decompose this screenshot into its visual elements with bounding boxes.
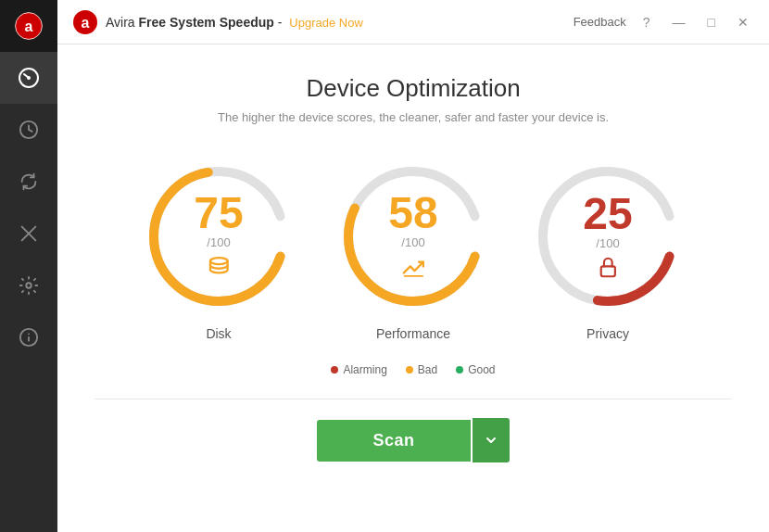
titlebar-separator: -	[278, 15, 286, 30]
gauge-disk-center: 75 /100	[194, 191, 243, 286]
gauges-row: 75 /100 Disk	[140, 158, 687, 341]
alarming-dot	[331, 366, 338, 374]
sidebar-item-dashboard[interactable]	[0, 52, 57, 104]
svg-point-11	[210, 258, 228, 264]
scan-row: Scan	[317, 418, 509, 462]
privacy-score: 25	[583, 192, 632, 236]
legend-bad: Bad	[406, 363, 437, 376]
alarming-label: Alarming	[343, 363, 386, 376]
maximize-button[interactable]: □	[702, 13, 721, 32]
good-label: Good	[468, 363, 495, 376]
privacy-label: Privacy	[586, 326, 629, 341]
legend-good: Good	[456, 363, 495, 376]
gauge-disk: 75 /100 Disk	[140, 158, 297, 341]
titlebar-app-name: Avira Free System Speedup - Upgrade Now	[106, 15, 363, 30]
sidebar-item-settings[interactable]	[0, 260, 57, 311]
disk-label: Disk	[206, 326, 231, 341]
help-button[interactable]: ?	[637, 13, 656, 32]
gauge-privacy-center: 25 /100	[583, 192, 632, 285]
gauge-performance-svg: 58 /100	[334, 158, 492, 315]
gauge-performance-center: 58 /100	[388, 191, 437, 286]
privacy-denom: /100	[583, 236, 632, 250]
feedback-link[interactable]: Feedback	[574, 15, 626, 29]
disk-denom: /100	[194, 235, 243, 249]
performance-label: Performance	[376, 326, 450, 341]
minimize-button[interactable]: —	[667, 13, 691, 32]
close-button[interactable]: ✕	[732, 13, 754, 32]
page-subtitle: The higher the device scores, the cleane…	[218, 110, 609, 124]
sidebar-item-info[interactable]	[0, 311, 57, 363]
scan-dropdown-button[interactable]	[473, 418, 510, 462]
privacy-icon	[583, 256, 632, 285]
bad-label: Bad	[418, 363, 437, 376]
app-name-bold: Free System Speedup	[139, 15, 274, 30]
performance-icon	[388, 255, 437, 286]
svg-text:a: a	[82, 15, 90, 31]
gauge-disk-svg: 75 /100	[140, 158, 297, 315]
gauge-performance: 58 /100 Performance	[334, 158, 492, 341]
legend-alarming: Alarming	[331, 363, 386, 376]
svg-point-5	[26, 283, 32, 288]
gauge-privacy-svg: 25 /100	[529, 158, 687, 315]
content-area: Device Optimization The higher the devic…	[57, 44, 769, 532]
svg-point-3	[27, 76, 31, 80]
page-title: Device Optimization	[306, 74, 520, 103]
disk-icon	[194, 255, 243, 286]
titlebar-controls: Feedback ? — □ ✕	[574, 13, 754, 32]
disk-score: 75	[194, 191, 243, 235]
performance-denom: /100	[388, 235, 437, 249]
separator	[95, 399, 732, 399]
upgrade-link[interactable]: Upgrade Now	[289, 16, 363, 30]
sidebar-item-clock[interactable]	[0, 104, 57, 156]
sidebar-logo[interactable]: a	[0, 0, 57, 52]
bad-dot	[406, 366, 413, 374]
scan-button[interactable]: Scan	[317, 420, 470, 462]
sidebar-item-refresh[interactable]	[0, 156, 57, 208]
legend: Alarming Bad Good	[331, 363, 495, 376]
sidebar: a	[0, 0, 57, 532]
titlebar: a Avira Free System Speedup - Upgrade No…	[57, 0, 769, 44]
performance-score: 58	[388, 191, 437, 235]
gauge-privacy: 25 /100 Privacy	[529, 158, 687, 341]
svg-rect-17	[600, 266, 614, 276]
sidebar-item-tools[interactable]	[0, 208, 57, 260]
main-area: a Avira Free System Speedup - Upgrade No…	[57, 0, 769, 532]
good-dot	[456, 366, 463, 374]
svg-text:a: a	[25, 19, 33, 34]
